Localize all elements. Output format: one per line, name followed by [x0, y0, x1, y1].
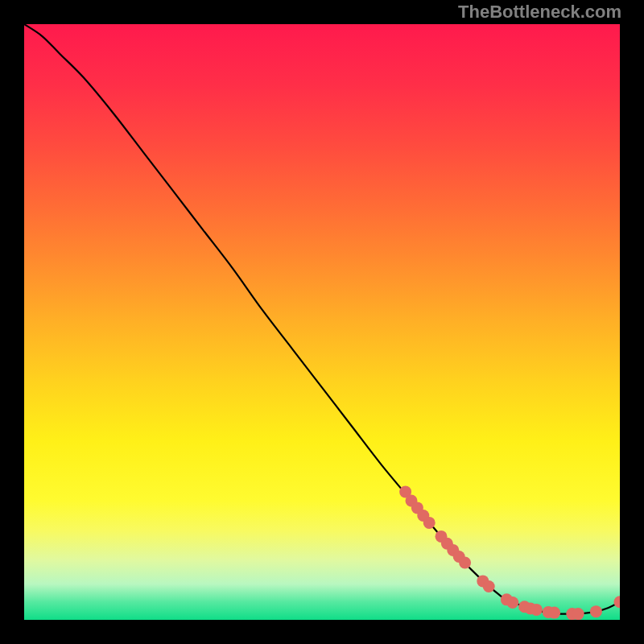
data-point — [590, 605, 602, 617]
chart-svg — [24, 24, 620, 620]
data-point — [423, 517, 436, 529]
data-point — [572, 608, 584, 620]
data-point — [506, 597, 518, 609]
plot-area — [24, 24, 620, 620]
attribution-text: TheBottleneck.com — [458, 2, 621, 23]
data-point — [459, 556, 471, 568]
data-point — [548, 607, 560, 619]
data-point — [530, 604, 543, 616]
data-point — [483, 580, 495, 592]
chart-container: TheBottleneck.com — [0, 0, 644, 644]
